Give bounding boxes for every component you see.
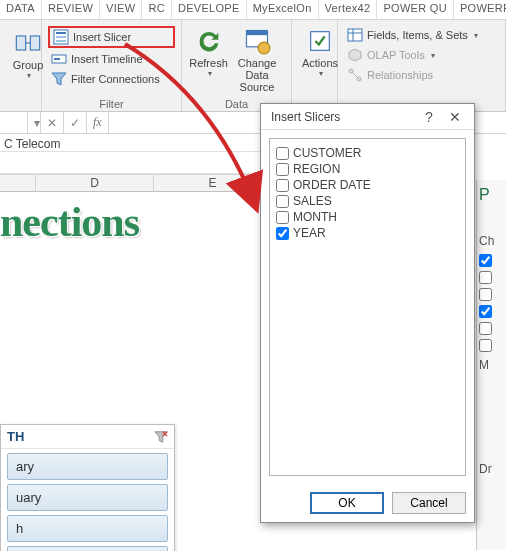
clear-filter-icon[interactable]	[154, 430, 168, 444]
group-icon	[14, 29, 42, 57]
field-order-date[interactable]: ORDER DATE	[274, 177, 461, 193]
svg-rect-3	[56, 32, 66, 34]
pane-title: P	[479, 186, 504, 204]
ok-button[interactable]: OK	[310, 492, 384, 514]
namebox-dropdown[interactable]: ▾	[28, 112, 41, 133]
svg-rect-1	[30, 36, 39, 50]
cancel-icon[interactable]: ✕	[41, 112, 64, 133]
tab-powerpivot[interactable]: POWERPIV	[454, 0, 506, 19]
svg-rect-12	[348, 29, 362, 41]
dialog-field-list: CUSTOMER REGION ORDER DATE SALES MONTH Y…	[269, 138, 466, 476]
slicer-icon	[53, 29, 69, 45]
relationships-label: Relationships	[367, 69, 433, 81]
close-icon[interactable]: ✕	[442, 109, 468, 125]
dialog-title: Insert Slicers	[271, 110, 416, 124]
filter-connections-button[interactable]: Filter Connections	[48, 70, 175, 88]
fields-items-sets-button[interactable]: Fields, Items, & Sets▾	[344, 26, 499, 44]
field-sales[interactable]: SALES	[274, 193, 461, 209]
tab-review[interactable]: REVIEW	[42, 0, 100, 19]
cancel-button[interactable]: Cancel	[392, 492, 466, 514]
slicer-item[interactable]: uary	[7, 484, 168, 511]
field-month[interactable]: MONTH	[274, 209, 461, 225]
insert-timeline-button[interactable]: Insert Timeline	[48, 50, 175, 68]
olap-tools-label: OLAP Tools	[367, 49, 425, 61]
field-check[interactable]	[276, 179, 289, 192]
change-data-source-label: Change Data Source	[229, 57, 285, 93]
field-customer[interactable]: CUSTOMER	[274, 145, 461, 161]
field-check[interactable]	[276, 163, 289, 176]
olap-icon	[347, 47, 363, 63]
change-data-source-button[interactable]: Change Data Source	[229, 25, 285, 93]
field-check[interactable]	[479, 288, 492, 301]
datasource-icon	[243, 27, 271, 55]
chevron-down-icon: ▾	[431, 51, 435, 60]
pivot-fields-pane: P Ch M Dr	[476, 180, 506, 550]
filter-group-label: Filter	[42, 98, 181, 110]
timeline-icon	[51, 51, 67, 67]
field-check[interactable]	[276, 211, 289, 224]
insert-slicers-dialog: Insert Slicers ? ✕ CUSTOMER REGION ORDER…	[260, 103, 475, 523]
tab-vertex42[interactable]: Vertex42	[319, 0, 378, 19]
field-check[interactable]	[479, 339, 492, 352]
enter-icon[interactable]: ✓	[64, 112, 87, 133]
field-check[interactable]	[479, 271, 492, 284]
slicer-item[interactable]	[7, 546, 168, 551]
help-icon[interactable]: ?	[416, 109, 442, 125]
olap-tools-button: OLAP Tools▾	[344, 46, 499, 64]
insert-slicer-label: Insert Slicer	[73, 31, 131, 43]
svg-rect-9	[247, 31, 268, 36]
chevron-down-icon: ▾	[208, 69, 212, 78]
tab-rc[interactable]: RC	[142, 0, 172, 19]
filter-connections-label: Filter Connections	[71, 73, 160, 85]
fx-icon[interactable]: fx	[87, 112, 109, 133]
col-d[interactable]: D	[36, 174, 154, 192]
field-check[interactable]	[479, 305, 492, 318]
tab-developer[interactable]: DEVELOPE	[172, 0, 247, 19]
chevron-down-icon: ▾	[27, 71, 31, 80]
field-check[interactable]	[479, 322, 492, 335]
namebox[interactable]	[0, 112, 28, 133]
slicer-item[interactable]: ary	[7, 453, 168, 480]
field-check[interactable]	[276, 195, 289, 208]
cell-value[interactable]: C Telecom	[0, 137, 272, 152]
refresh-label: Refresh	[189, 57, 228, 69]
cell-blank[interactable]	[0, 154, 272, 174]
filter-icon	[51, 71, 67, 87]
tab-myexcelon[interactable]: MyExcelOn	[247, 0, 319, 19]
field-year[interactable]: YEAR	[274, 225, 461, 241]
pane-more[interactable]: M	[479, 358, 504, 372]
svg-rect-0	[16, 36, 25, 50]
actions-icon	[306, 27, 334, 55]
field-check[interactable]	[276, 227, 289, 240]
ribbon: Group ▾ Insert Slicer Insert Timeline Fi…	[0, 20, 506, 112]
month-slicer[interactable]: TH ary uary h	[0, 424, 175, 551]
field-region[interactable]: REGION	[274, 161, 461, 177]
chevron-down-icon: ▾	[474, 31, 478, 40]
row-header[interactable]	[0, 174, 36, 192]
relationships-button: Relationships	[344, 66, 499, 84]
field-check[interactable]	[479, 254, 492, 267]
slicer-item[interactable]: h	[7, 515, 168, 542]
relationships-icon	[347, 67, 363, 83]
group-label: Group	[13, 59, 44, 71]
actions-button[interactable]: Actions ▾	[298, 25, 342, 78]
insert-timeline-label: Insert Timeline	[71, 53, 143, 65]
svg-rect-5	[56, 40, 66, 42]
svg-rect-7	[54, 58, 60, 60]
refresh-button[interactable]: Refresh ▾	[188, 25, 229, 93]
insert-slicer-button[interactable]: Insert Slicer	[48, 26, 175, 48]
ribbon-tabs: DATA REVIEW VIEW RC DEVELOPE MyExcelOn V…	[0, 0, 506, 20]
fields-icon	[347, 27, 363, 43]
svg-rect-4	[56, 36, 66, 38]
slicer-title: TH	[7, 429, 24, 444]
tab-powerquery[interactable]: POWER QU	[377, 0, 454, 19]
pane-drag: Dr	[479, 462, 504, 476]
col-e[interactable]: E	[154, 174, 272, 192]
pane-choose: Ch	[479, 234, 504, 248]
chevron-down-icon: ▾	[319, 69, 323, 78]
tab-data[interactable]: DATA	[0, 0, 42, 19]
svg-point-10	[258, 42, 270, 54]
actions-label: Actions	[302, 57, 338, 69]
tab-view[interactable]: VIEW	[100, 0, 142, 19]
field-check[interactable]	[276, 147, 289, 160]
